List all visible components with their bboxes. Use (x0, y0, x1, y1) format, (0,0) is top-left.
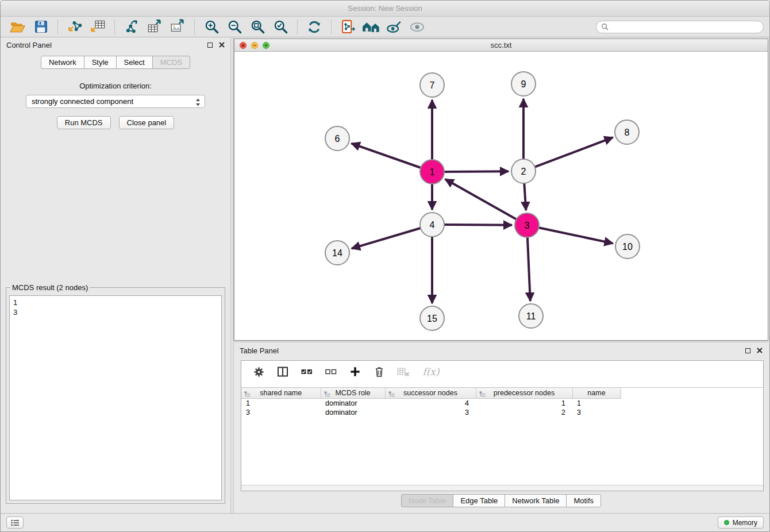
open-session-button[interactable] (6, 18, 29, 36)
graph-node-1[interactable]: 1 (420, 160, 444, 184)
network-canvas[interactable]: 7968124314101511 (234, 52, 768, 340)
table-horizontal-scrollbar[interactable] (241, 485, 763, 491)
tab-select[interactable]: Select (116, 56, 153, 69)
edge-4-to-14[interactable] (352, 228, 421, 249)
refresh-view-button[interactable] (303, 18, 326, 36)
edge-1-to-6[interactable] (352, 144, 421, 168)
column-header-shared-name[interactable]: shared name (241, 388, 321, 399)
tab-node-table[interactable]: Node Table (401, 494, 454, 507)
open-folder-icon (9, 20, 26, 34)
columns-icon (277, 366, 288, 377)
graph-node-9[interactable]: 9 (511, 72, 536, 96)
export-image-button[interactable] (166, 18, 189, 36)
cell-successor-nodes[interactable]: 3 (385, 408, 476, 417)
graph-node-11[interactable]: 11 (519, 304, 543, 328)
status-bar: Memory (1, 513, 769, 531)
table-row[interactable]: 3dominator323 (241, 408, 763, 417)
cell-mcds-role[interactable]: dominator (321, 408, 385, 417)
cell-shared-name[interactable]: 1 (241, 399, 321, 408)
mcds-result-item[interactable]: 3 (13, 307, 221, 317)
import-network-button[interactable] (63, 18, 86, 36)
tab-edge-table[interactable]: Edge Table (453, 494, 505, 507)
column-header-mcds-role[interactable]: MCDS role (321, 388, 385, 399)
network-window-titlebar[interactable]: scc.txt (234, 39, 768, 52)
graph-node-6[interactable]: 6 (325, 126, 349, 151)
close-panel-icon[interactable] (219, 42, 225, 48)
style-button[interactable] (383, 18, 406, 36)
tab-style[interactable]: Style (84, 56, 117, 69)
graph-node-10[interactable]: 10 (615, 234, 640, 259)
zoom-out-button[interactable] (223, 18, 246, 36)
graph-node-15[interactable]: 15 (420, 306, 444, 330)
column-header-name[interactable]: name (572, 388, 621, 399)
mcds-result-list[interactable]: 13 (9, 295, 222, 500)
graph-node-14[interactable]: 14 (325, 241, 349, 265)
table-row[interactable]: 1dominator411 (241, 399, 763, 408)
cell-mcds-role[interactable]: dominator (321, 399, 385, 408)
edge-3-to-11[interactable] (528, 237, 530, 301)
gear-icon (253, 367, 264, 377)
mcds-result-item[interactable]: 1 (13, 298, 221, 307)
cell-predecessor-nodes[interactable]: 2 (476, 408, 572, 417)
graph-node-4[interactable]: 4 (420, 213, 444, 237)
table-settings-button[interactable] (252, 365, 265, 379)
maximize-window-icon[interactable] (263, 42, 270, 49)
add-row-button[interactable] (348, 365, 362, 379)
float-table-panel-icon[interactable] (745, 348, 750, 353)
graph-node-2[interactable]: 2 (511, 159, 536, 183)
delete-table-button[interactable] (396, 365, 410, 379)
edge-4-to-3[interactable] (444, 225, 512, 225)
style-eye-icon (386, 19, 402, 35)
zoom-selected-button[interactable] (269, 18, 292, 36)
minimize-window-icon[interactable] (251, 42, 258, 49)
cell-predecessor-nodes[interactable]: 1 (476, 399, 572, 408)
edge-3-to-1[interactable] (445, 179, 517, 219)
edge-2-to-3[interactable] (524, 183, 526, 210)
run-mcds-button[interactable]: Run MCDS (57, 116, 111, 129)
column-header-successor-nodes[interactable]: successor nodes (385, 388, 476, 399)
save-session-button[interactable] (29, 18, 52, 36)
export-network-button[interactable] (120, 18, 143, 36)
task-history-button[interactable] (6, 516, 24, 529)
tab-network-table[interactable]: Network Table (505, 494, 567, 507)
cell-successor-nodes[interactable]: 4 (385, 399, 476, 408)
graph-node-3[interactable]: 3 (515, 213, 539, 237)
tab-mcds[interactable]: MCDS (152, 56, 190, 69)
graph-node-8[interactable]: 8 (615, 120, 639, 144)
svg-text:9: 9 (521, 79, 526, 89)
home-button[interactable] (360, 18, 383, 36)
traffic-lights (240, 42, 270, 49)
zoom-in-button[interactable] (200, 18, 223, 36)
hide-show-button[interactable] (406, 18, 429, 36)
close-panel-button[interactable]: Close panel (119, 116, 175, 129)
network-from-clipboard-button[interactable] (337, 18, 360, 36)
delete-row-button[interactable] (372, 365, 386, 379)
cell-shared-name[interactable]: 3 (241, 408, 321, 417)
zoom-fit-button[interactable] (246, 18, 269, 36)
float-panel-icon[interactable] (207, 43, 213, 48)
column-header-predecessor-nodes[interactable]: predecessor nodes (476, 388, 572, 399)
memory-button[interactable]: Memory (718, 516, 764, 529)
search-input[interactable] (611, 23, 759, 31)
close-window-icon[interactable] (240, 42, 247, 49)
show-columns-button[interactable] (276, 365, 290, 379)
column-tree-icon (324, 391, 330, 399)
function-builder-button[interactable]: f(x) (421, 365, 441, 379)
import-table-icon (90, 19, 106, 34)
tab-network[interactable]: Network (41, 56, 84, 69)
close-table-panel-icon[interactable] (757, 348, 763, 353)
tab-motifs[interactable]: Motifs (566, 494, 601, 507)
optimization-select[interactable]: strongly connected component (26, 95, 205, 108)
cell-name[interactable]: 1 (572, 399, 621, 408)
edge-2-to-8[interactable] (535, 137, 613, 167)
import-network-icon (67, 19, 83, 34)
cell-name[interactable]: 3 (572, 408, 621, 417)
export-table-button[interactable] (143, 18, 166, 36)
graph-node-7[interactable]: 7 (420, 73, 444, 97)
edge-1-to-2[interactable] (444, 171, 509, 172)
import-table-button[interactable] (86, 18, 109, 36)
edge-3-to-10[interactable] (539, 228, 613, 243)
select-all-rows-button[interactable] (300, 365, 314, 379)
clear-selection-button[interactable] (324, 365, 338, 379)
main-toolbar (1, 17, 769, 37)
